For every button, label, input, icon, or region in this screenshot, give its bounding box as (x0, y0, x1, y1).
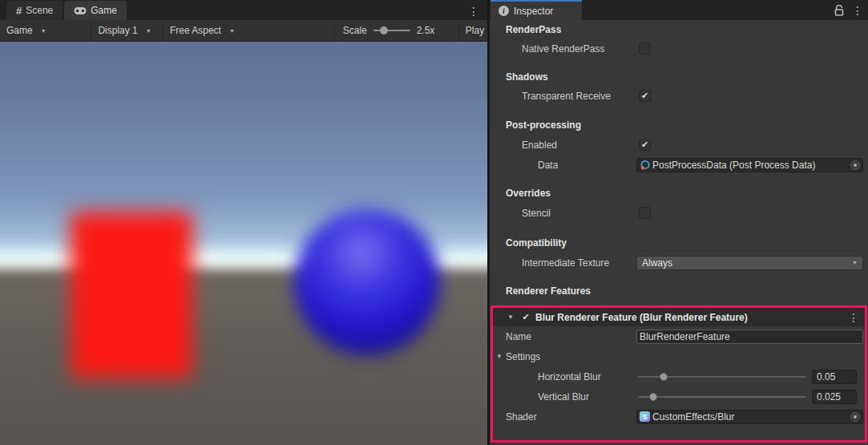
intermediate-texture-value: Always (642, 257, 672, 269)
blur-feature-title: Blur Renderer Feature (Blur Renderer Fea… (535, 312, 848, 323)
unlock-icon[interactable] (834, 5, 844, 16)
pp-enabled-label: Enabled (522, 140, 557, 151)
inspector-menu-icon[interactable]: ⋮ (852, 5, 863, 16)
transparent-receive-label: Transparent Receive (522, 91, 611, 102)
game-panel-menu-icon[interactable]: ⋮ (468, 6, 487, 20)
postprocess-data-value: PostProcessData (Post Process Data) (652, 160, 849, 171)
scale-value: 2.5x (417, 25, 435, 36)
vertical-blur-slider[interactable] (638, 391, 806, 403)
blue-sphere (294, 209, 440, 355)
intermediate-texture-dropdown[interactable]: Always ▼ (636, 256, 863, 270)
red-cube (71, 212, 192, 378)
chevron-down-icon: ▼ (229, 28, 235, 34)
game-tabbar: # Scene Game ⋮ (0, 0, 487, 20)
unity-editor-window: # Scene Game ⋮ Game ▼ Display 1 ▼ Free A… (0, 0, 868, 445)
horizontal-blur-thumb[interactable] (660, 373, 668, 381)
pp-data-label: Data (538, 160, 558, 171)
scale-control: Scale 2.5x (335, 20, 459, 41)
blur-name-value: BlurRendererFeature (640, 331, 860, 342)
blur-name-input[interactable]: BlurRendererFeature (636, 330, 863, 344)
native-renderpass-checkbox[interactable]: ✔ (639, 42, 651, 55)
play-mode-label: Play (466, 25, 484, 36)
shader-row: Shader S CustomEffects/Blur (490, 408, 868, 425)
info-icon: i (499, 6, 509, 16)
rendered-scene (0, 42, 487, 445)
object-picker-icon[interactable] (850, 160, 860, 170)
tab-scene[interactable]: # Scene (6, 1, 63, 20)
pp-enabled-checkbox[interactable]: ✔ (639, 139, 651, 151)
foldout-arrow-icon[interactable]: ▼ (496, 353, 506, 360)
native-renderpass-row: Native RenderPass ✔ (490, 40, 868, 57)
overrides-header: Overrides (506, 188, 551, 199)
game-toolbar: Game ▼ Display 1 ▼ Free Aspect ▼ Scale 2… (0, 20, 487, 42)
inspector-controls: ⋮ (834, 0, 863, 20)
chevron-down-icon: ▼ (852, 260, 858, 265)
check-icon: ✔ (522, 313, 529, 322)
aspect-ratio-dropdown[interactable]: Free Aspect ▼ (164, 20, 335, 41)
intermediate-texture-label: Intermediate Texture (522, 257, 609, 269)
gamepad-icon (74, 6, 87, 15)
blur-feature-checkbox[interactable]: ✔ (520, 312, 531, 323)
horizontal-blur-input[interactable]: 0.05 (812, 370, 857, 384)
blur-feature-header[interactable]: ▼ ✔ Blur Renderer Feature (Blur Renderer… (491, 308, 867, 326)
blur-name-label: Name (506, 331, 531, 342)
inspector-panel: i Inspector ⋮ RenderPass Native RenderPa… (490, 0, 868, 445)
stencil-row: Stencil ✔ (490, 204, 868, 221)
game-panel: # Scene Game ⋮ Game ▼ Display 1 ▼ Free A… (0, 0, 487, 445)
horizontal-blur-row: Horizontal Blur 0.05 (490, 368, 868, 385)
tab-inspector[interactable]: i Inspector (491, 0, 582, 20)
horizontal-blur-label: Horizontal Blur (538, 371, 601, 382)
shadows-section: Shadows (490, 68, 868, 85)
aspect-ratio-label: Free Aspect (170, 25, 221, 36)
renderer-features-section: Renderer Features (490, 282, 868, 299)
check-icon: ✔ (641, 140, 648, 149)
vertical-blur-track (638, 396, 806, 398)
horizontal-blur-slider[interactable] (638, 371, 806, 382)
vertical-blur-label: Vertical Blur (538, 391, 589, 403)
postprocess-data-object-field[interactable]: PostProcessData (Post Process Data) (636, 158, 863, 172)
blur-settings-label: Settings (506, 351, 540, 362)
stencil-checkbox[interactable]: ✔ (639, 207, 651, 219)
postprocessing-header: Post-processing (506, 119, 581, 131)
foldout-arrow-icon[interactable]: ▼ (507, 314, 517, 321)
scale-slider-thumb[interactable] (380, 26, 388, 34)
shader-object-field[interactable]: S CustomEffects/Blur (636, 410, 863, 424)
play-mode-dropdown[interactable]: Play (459, 25, 487, 36)
blur-name-row: Name BlurRendererFeature (490, 328, 868, 345)
renderer-features-header: Renderer Features (506, 285, 591, 297)
tab-game[interactable]: Game (64, 1, 127, 20)
scriptable-object-icon (640, 160, 651, 171)
stencil-label: Stencil (522, 208, 551, 219)
tab-game-label: Game (91, 5, 117, 16)
blur-feature-menu-icon[interactable]: ⋮ (848, 312, 859, 323)
overrides-section: Overrides (490, 184, 868, 201)
tab-inspector-label: Inspector (514, 6, 553, 17)
game-mode-dropdown[interactable]: Game ▼ (0, 20, 91, 41)
scale-label: Scale (343, 25, 367, 36)
game-mode-label: Game (6, 25, 33, 36)
intermediate-texture-row: Intermediate Texture Always ▼ (490, 254, 868, 271)
shadows-header: Shadows (506, 71, 548, 83)
transparent-receive-checkbox[interactable]: ✔ (639, 90, 651, 102)
display-label: Display 1 (98, 25, 137, 36)
game-viewport (0, 42, 487, 445)
tab-scene-label: Scene (26, 5, 53, 16)
shader-label: Shader (506, 411, 537, 423)
renderpass-header: RenderPass (506, 24, 561, 35)
scene-grid-icon: # (16, 5, 22, 17)
compatibility-header: Compatibility (506, 237, 567, 249)
pp-enabled-row: Enabled ✔ (490, 136, 868, 153)
pp-data-row: Data PostProcessData (Post Process Data) (490, 156, 868, 173)
vertical-blur-thumb[interactable] (649, 393, 657, 401)
object-picker-icon[interactable] (850, 412, 860, 422)
display-dropdown[interactable]: Display 1 ▼ (91, 20, 164, 41)
native-renderpass-label: Native RenderPass (522, 43, 604, 55)
compatibility-section: Compatibility (490, 234, 868, 251)
scale-slider[interactable] (373, 26, 410, 35)
transparent-receive-row: Transparent Receive ✔ (490, 87, 868, 104)
scale-slider-track (373, 30, 410, 31)
vertical-blur-input[interactable]: 0.025 (812, 390, 857, 404)
renderpass-section: RenderPass (490, 21, 868, 38)
postprocessing-section: Post-processing (490, 116, 868, 133)
blur-settings-row: ▼ Settings (490, 348, 868, 365)
